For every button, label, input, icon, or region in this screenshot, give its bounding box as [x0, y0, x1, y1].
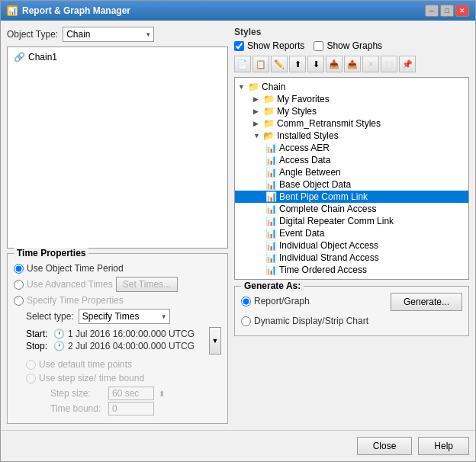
tree-complete-chain[interactable]: 📊 Complete Chain Access	[235, 203, 468, 215]
tree-favorites-label: My Favorites	[277, 94, 330, 104]
tree-complete-chain-label: Complete Chain Access	[279, 204, 376, 214]
tree-comm-label: Comm_Retransmit Styles	[277, 118, 381, 129]
use-step-label: Use step size/ time bound	[39, 373, 144, 383]
tree-digital-repeater[interactable]: 📊 Digital Repeater Comm Link	[235, 215, 468, 227]
minimize-button[interactable]: ─	[425, 5, 439, 17]
paste-button[interactable]: 📌	[399, 56, 416, 72]
copy-style-button[interactable]: 📋	[252, 56, 269, 72]
tree-angle-between[interactable]: 📊 Angle Between	[235, 166, 468, 178]
dynamic-display-label: Dynamic Display/Strip Chart	[254, 316, 368, 326]
generate-button[interactable]: Generate...	[391, 293, 462, 311]
tree-digital-repeater-label: Digital Repeater Comm Link	[279, 216, 394, 226]
time-bound-row: Time bound:	[26, 402, 221, 415]
show-graphs-checkbox[interactable]	[314, 41, 323, 51]
move-up-button[interactable]: ⬆	[289, 56, 306, 72]
tree-event-data[interactable]: 📊 Event Data	[235, 227, 468, 239]
favorites-folder-icon: 📁	[263, 94, 275, 104]
show-graphs-label: Show Graphs	[326, 40, 382, 51]
window-title: Report & Graph Manager	[22, 5, 130, 16]
stop-value: 2 Jul 2016 04:00:00.000 UTCG	[68, 341, 195, 351]
use-object-time-row: Use Object Time Period	[14, 263, 221, 274]
content-area: Object Type: Chain 🔗 Chain1 Time Propert…	[1, 21, 475, 430]
use-object-time-radio[interactable]	[14, 264, 24, 274]
tree-angle-between-label: Angle Between	[279, 167, 341, 178]
copy2-button[interactable]: ⬚	[381, 56, 397, 72]
step-spinner-icon: ⬍	[159, 390, 165, 398]
report-icon-access-data: 📊	[265, 155, 277, 165]
object-type-row: Object Type: Chain	[7, 27, 228, 42]
tree-comm-retransmit[interactable]: ▶ 📁 Comm_Retransmit Styles	[235, 117, 468, 130]
start-row: Start: 🕐 1 Jul 2016 16:00:00.000 UTCG	[26, 329, 206, 339]
show-reports-label: Show Reports	[247, 40, 304, 51]
close-button[interactable]: Close	[357, 437, 413, 455]
time-properties-group: Time Properties Use Object Time Period U…	[7, 253, 228, 424]
my-styles-expand-icon: ▶	[253, 107, 261, 115]
report-graph-row: Report/Graph	[241, 296, 368, 306]
move-down-button[interactable]: ⬇	[307, 56, 324, 72]
tree-individual-object[interactable]: 📊 Individual Object Access	[235, 239, 468, 252]
start-clock-icon: 🕐	[53, 329, 65, 339]
select-type-label: Select type:	[26, 311, 74, 322]
tree-favorites[interactable]: ▶ 📁 My Favorites	[235, 93, 468, 105]
use-step-radio[interactable]	[26, 374, 36, 383]
report-icon-complete-chain: 📊	[265, 204, 277, 214]
delete-button[interactable]: ✕	[362, 56, 379, 72]
tree-installed-styles[interactable]: ▼ 📂 Installed Styles	[235, 130, 468, 142]
report-icon-individual-strand: 📊	[265, 252, 277, 263]
tree-individual-strand-label: Individual Strand Access	[279, 252, 379, 263]
object-type-dropdown[interactable]: Chain	[63, 27, 154, 42]
specify-time-radio[interactable]	[14, 296, 24, 306]
report-graph-radio[interactable]	[241, 297, 251, 306]
maximize-button[interactable]: □	[440, 5, 454, 17]
tree-access-data[interactable]: 📊 Access Data	[235, 154, 468, 166]
use-advanced-label: Use Advanced Times	[27, 279, 113, 290]
edit-style-button[interactable]: ✏️	[271, 56, 288, 72]
styles-tree[interactable]: ▼ 📁 Chain ▶ 📁 My Favorites ▶ 📁 My Styles	[234, 77, 469, 280]
generate-section: Generate As: Report/Graph Dynamic Displa…	[234, 286, 469, 336]
time-bound-label: Time bound:	[50, 403, 104, 414]
tree-base-object-label: Base Object Data	[279, 179, 351, 190]
tree-bent-pipe[interactable]: 📊 Bent Pipe Comm Link	[235, 191, 468, 203]
use-advanced-radio[interactable]	[14, 280, 24, 290]
set-times-button[interactable]: Set Times...	[116, 277, 178, 292]
select-type-row: Select type: Specify Times	[14, 309, 221, 324]
main-window: 📊 Report & Graph Manager ─ □ ✕ Object Ty…	[0, 0, 476, 462]
show-reports-row: Show Reports	[234, 40, 304, 51]
tree-my-styles[interactable]: ▶ 📁 My Styles	[235, 105, 468, 117]
time-properties-title: Time Properties	[14, 248, 88, 258]
help-button[interactable]: Help	[418, 437, 469, 455]
export-button[interactable]: 📤	[344, 56, 361, 72]
use-default-radio[interactable]	[26, 360, 36, 370]
tree-root[interactable]: ▼ 📁 Chain	[235, 81, 468, 93]
left-panel: Object Type: Chain 🔗 Chain1 Time Propert…	[7, 27, 228, 424]
object-list[interactable]: 🔗 Chain1	[7, 47, 228, 249]
dynamic-display-radio[interactable]	[241, 316, 251, 326]
tree-individual-strand[interactable]: 📊 Individual Strand Access	[235, 252, 468, 264]
new-style-button[interactable]: 📄	[234, 56, 251, 72]
report-icon-event: 📊	[265, 228, 277, 239]
report-icon-base: 📊	[265, 179, 277, 190]
start-value: 1 Jul 2016 16:00:00.000 UTCG	[68, 329, 195, 339]
tree-time-ordered[interactable]: 📊 Time Ordered Access	[235, 264, 468, 276]
object-type-label: Object Type:	[7, 29, 58, 40]
import-button[interactable]: 📥	[326, 56, 343, 72]
time-bound-input[interactable]	[108, 402, 154, 415]
step-size-input[interactable]	[108, 387, 154, 400]
select-type-dropdown[interactable]: Specify Times	[79, 309, 170, 324]
tree-individual-object-label: Individual Object Access	[279, 240, 378, 251]
tree-bent-pipe-label: Bent Pipe Comm Link	[279, 191, 368, 202]
tree-root-label: Chain	[262, 82, 285, 92]
close-window-button[interactable]: ✕	[455, 5, 469, 17]
right-panel: Styles Show Reports Show Graphs 📄 📋	[234, 27, 469, 424]
tree-base-object[interactable]: 📊 Base Object Data	[235, 178, 468, 191]
list-item[interactable]: 🔗 Chain1	[11, 50, 224, 64]
dynamic-display-row: Dynamic Display/Strip Chart	[241, 316, 368, 326]
bottom-bar: Close Help	[1, 430, 475, 461]
show-reports-checkbox[interactable]	[234, 41, 244, 51]
tree-access-aer[interactable]: 📊 Access AER	[235, 142, 468, 154]
report-graph-label: Report/Graph	[254, 296, 310, 306]
datetime-dropdown-button[interactable]: ▼	[209, 327, 221, 355]
tree-event-data-label: Event Data	[279, 228, 324, 239]
report-icon-time-ordered: 📊	[265, 265, 277, 275]
stop-label: Stop:	[26, 341, 50, 351]
